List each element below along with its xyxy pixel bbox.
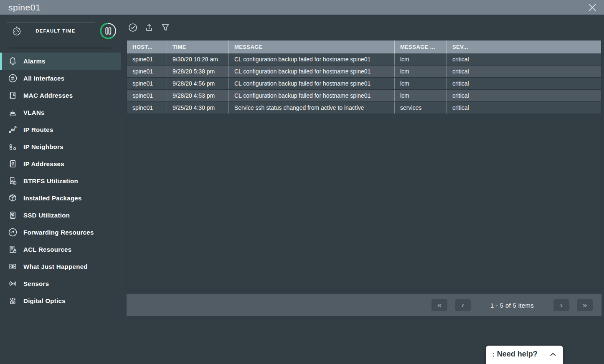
sidebar-item-mac-addresses[interactable]: MAC Addresses [0,87,121,104]
table-row[interactable]: spine01 9/28/20 4:56 pm CL configuration… [127,78,601,90]
check-circle-icon[interactable] [128,23,138,33]
sidebar-item-forwarding-resources[interactable]: Forwarding Resources [0,224,121,241]
sidebar: DEFAULT TIME Alarms All I [0,15,121,309]
address-book-icon [8,90,18,101]
sidebar-item-label: All Interfaces [23,75,64,82]
export-icon[interactable] [144,23,154,33]
location-book-icon [8,159,18,169]
cell-hostname: spine01 [127,78,167,89]
sidebar-item-installed-packages[interactable]: Installed Packages [0,190,121,207]
cell-message: Service ssh status changed from active t… [228,102,394,114]
neighbors-icon [8,142,18,152]
sidebar-item-alarms[interactable]: Alarms [0,53,121,70]
window-titlebar: spine01 [0,0,604,15]
sidebar-item-vlans[interactable]: VLANs [0,104,121,121]
time-controls: DEFAULT TIME [0,15,121,40]
sidebar-item-label: BTRFS Utilization [23,177,78,185]
cell-hostname: spine01 [127,102,167,114]
last-page-button[interactable]: » [577,299,593,311]
sidebar-item-label: VLANs [23,109,45,116]
next-page-button[interactable]: › [553,299,569,311]
sidebar-item-ip-addresses[interactable]: IP Addresses [0,155,121,172]
column-header-message[interactable]: MESSAGE [228,40,394,53]
column-header-hostname[interactable]: HOST... [127,40,167,53]
sidebar-item-label: Sensors [23,280,49,287]
main-content: HOST... TIME MESSAGE MESSAGE ... SEV... … [127,15,601,316]
sidebar-item-label: MAC Addresses [23,92,73,99]
column-header-time[interactable]: TIME [167,40,228,53]
help-menu-icon: : [492,350,495,359]
cell-empty [481,90,601,101]
sidebar-divider [10,48,111,48]
eye-icon [8,261,18,272]
pagination-summary: 1 - 5 of 5 items [490,302,534,309]
need-help-label: Need help? [497,350,550,359]
cell-hostname: spine01 [127,53,167,65]
table-row[interactable]: spine01 9/28/20 4:53 pm CL configuration… [127,90,601,102]
table-row[interactable]: spine01 9/25/20 4:30 pm Service ssh stat… [127,102,601,114]
sidebar-item-what-just-happened[interactable]: What Just Happened [0,258,121,275]
signal-waves-icon [8,278,18,289]
cell-time: 9/30/20 10:28 am [167,53,228,65]
cell-severity: critical [447,53,481,65]
sidebar-item-label: What Just Happened [23,263,88,270]
sidebar-item-label: Digital Optics [23,297,66,304]
window-title: spine01 [8,3,41,13]
cell-severity: critical [447,66,481,77]
time-range-label: DEFAULT TIME [22,28,89,33]
sidebar-item-label: IP Routes [23,126,53,133]
package-icon [8,193,18,203]
alarms-table: HOST... TIME MESSAGE MESSAGE ... SEV... … [127,40,601,291]
sidebar-item-acl-resources[interactable]: ACL Resources [0,241,121,258]
close-icon[interactable] [586,2,598,13]
column-header-message-type[interactable]: MESSAGE ... [394,40,447,53]
ssd-icon [8,210,18,220]
cell-time: 9/28/20 4:53 pm [167,90,228,101]
need-help-button[interactable]: : Need help? [486,346,563,364]
sidebar-item-ssd-utilization[interactable]: SSD Utilization [0,207,121,224]
sidebar-item-label: ACL Resources [23,246,71,253]
sidebar-item-label: Alarms [23,58,46,65]
column-header-severity[interactable]: SEV... [447,40,481,53]
cell-empty [481,102,601,114]
cell-hostname: spine01 [127,90,167,101]
sidebar-item-ip-routes[interactable]: IP Routes [0,121,121,138]
vlan-icon [8,107,18,118]
stopwatch-icon [12,25,22,36]
cell-message-type: lcm [394,90,447,101]
route-icon [8,124,18,135]
doc-chart-icon [8,176,18,186]
cell-time: 9/28/20 4:56 pm [167,78,228,89]
previous-page-button[interactable]: ‹ [455,299,471,311]
cell-message: CL configuration backup failed for hostn… [228,78,394,89]
cell-severity: critical [447,102,481,114]
sidebar-item-digital-optics[interactable]: Digital Optics [0,292,121,309]
cell-time: 9/28/20 5:38 pm [167,66,228,77]
cell-empty [481,66,601,77]
chevron-up-icon [550,352,556,356]
sidebar-item-label: SSD Utilization [23,212,70,219]
time-range-button[interactable]: DEFAULT TIME [6,23,95,39]
table-row[interactable]: spine01 9/30/20 10:28 am CL configuratio… [127,53,601,66]
sidebar-item-label: IP Neighbors [23,143,63,150]
sidebar-item-ip-neighbors[interactable]: IP Neighbors [0,138,121,155]
cell-severity: critical [447,78,481,89]
sidebar-item-all-interfaces[interactable]: All Interfaces [0,70,121,87]
bell-icon [8,56,18,66]
table-empty-area [127,114,601,291]
table-header-row: HOST... TIME MESSAGE MESSAGE ... SEV... [127,40,601,53]
sidebar-item-label: IP Addresses [23,160,64,167]
forward-arrow-icon [8,227,18,238]
sidebar-item-btrfs-utilization[interactable]: BTRFS Utilization [0,172,121,190]
pause-refresh-button[interactable] [99,22,117,40]
interfaces-icon [8,73,18,83]
pagination-bar: « ‹ 1 - 5 of 5 items › » [127,294,601,316]
sidebar-item-sensors[interactable]: Sensors [0,275,121,292]
filter-icon[interactable] [160,23,170,33]
cell-message-type: lcm [394,53,447,65]
sidebar-item-label: Forwarding Resources [23,229,94,236]
table-row[interactable]: spine01 9/28/20 5:38 pm CL configuration… [127,66,601,78]
first-page-button[interactable]: « [431,299,447,311]
column-header-empty [481,40,601,53]
cell-time: 9/25/20 4:30 pm [167,102,228,114]
